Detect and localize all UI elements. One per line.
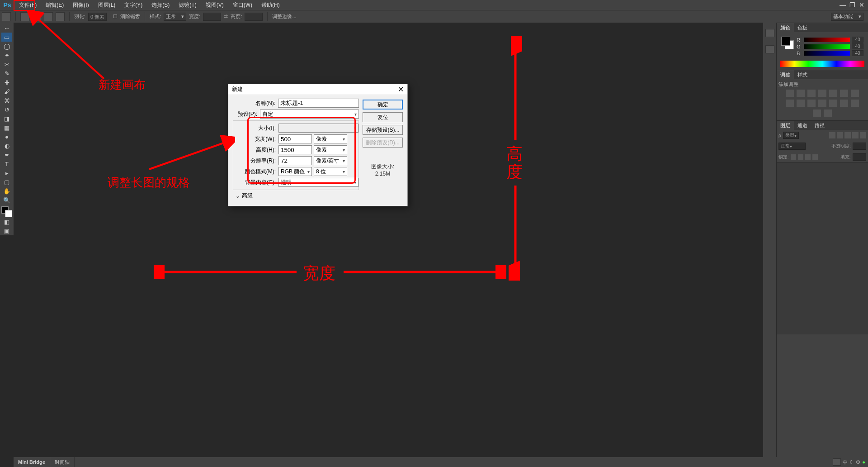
save-preset-button[interactable]: 存储预设(S)... bbox=[363, 125, 403, 135]
move-tool[interactable]: ↔ bbox=[1, 24, 12, 33]
maximize-icon[interactable]: ❐ bbox=[849, 1, 855, 9]
height-input[interactable] bbox=[245, 13, 263, 21]
filter-smart-icon[interactable] bbox=[860, 132, 866, 138]
preset-select[interactable]: 自定 bbox=[260, 110, 359, 119]
width-input-dlg[interactable] bbox=[278, 134, 312, 143]
foreground-background-swatch[interactable] bbox=[781, 37, 794, 49]
gradient-tool[interactable]: ▦ bbox=[1, 123, 12, 132]
brush-tool[interactable]: 🖌 bbox=[1, 87, 12, 96]
colormode-select[interactable]: RGB 颜色 bbox=[278, 167, 312, 176]
minimize-icon[interactable]: — bbox=[840, 1, 846, 9]
r-value[interactable]: 40 bbox=[852, 37, 863, 43]
blur-tool[interactable]: ● bbox=[1, 132, 12, 141]
moon-icon[interactable]: ☾ bbox=[849, 459, 854, 465]
hand-tool[interactable]: ✋ bbox=[1, 186, 12, 195]
tab-styles[interactable]: 样式 bbox=[794, 70, 811, 79]
lock-transparent-icon[interactable] bbox=[791, 154, 796, 160]
lasso-tool[interactable]: ◯ bbox=[1, 42, 12, 51]
advanced-label[interactable]: 高级 bbox=[242, 192, 253, 200]
tab-color[interactable]: 颜色 bbox=[777, 23, 794, 32]
b-slider[interactable] bbox=[804, 51, 850, 56]
adj-bw-icon[interactable] bbox=[786, 100, 794, 107]
name-input[interactable] bbox=[278, 99, 359, 108]
feather-input[interactable]: 0 像素 bbox=[88, 13, 107, 21]
workspace-select[interactable]: 基本功能▾ bbox=[831, 13, 863, 21]
marquee-tool[interactable]: ▭ bbox=[1, 33, 12, 42]
adjust-edge-button[interactable]: 调整边缘... bbox=[272, 13, 296, 20]
layer-filter-select[interactable]: 类型 ▾ bbox=[783, 132, 799, 139]
pen-tool[interactable]: ✒ bbox=[1, 150, 12, 159]
lock-pixels-icon[interactable] bbox=[798, 154, 803, 160]
quickmask-tool[interactable]: ◧ bbox=[1, 217, 12, 226]
adj-hue-icon[interactable] bbox=[840, 90, 848, 97]
g-value[interactable]: 40 bbox=[852, 43, 863, 49]
lock-all-icon[interactable] bbox=[812, 154, 818, 160]
menu-file[interactable]: 文件(F) bbox=[14, 1, 41, 9]
stamp-tool[interactable]: ⌘ bbox=[1, 96, 12, 105]
height-unit-select[interactable]: 像素 bbox=[314, 145, 347, 154]
path-select-tool[interactable]: ▸ bbox=[1, 168, 12, 177]
ok-button[interactable]: 确定 bbox=[363, 100, 403, 110]
adj-posterize-icon[interactable] bbox=[840, 100, 848, 107]
selection-new-icon[interactable] bbox=[20, 12, 29, 21]
selection-subtract-icon[interactable] bbox=[44, 12, 53, 21]
menu-view[interactable]: 视图(V) bbox=[201, 1, 228, 9]
adj-selective-icon[interactable] bbox=[824, 110, 832, 117]
width-input[interactable] bbox=[203, 13, 221, 21]
color-spectrum[interactable] bbox=[780, 61, 864, 67]
crop-tool[interactable]: ✂ bbox=[1, 60, 12, 69]
colordepth-select[interactable]: 8 位 bbox=[314, 167, 347, 176]
history-brush-tool[interactable]: ↺ bbox=[1, 105, 12, 114]
lock-position-icon[interactable] bbox=[805, 154, 811, 160]
properties-panel-icon[interactable] bbox=[765, 45, 774, 53]
adj-threshold-icon[interactable] bbox=[851, 100, 859, 107]
adj-mixer-icon[interactable] bbox=[807, 100, 816, 107]
adj-curves-icon[interactable] bbox=[807, 90, 816, 97]
tab-paths[interactable]: 路径 bbox=[811, 121, 828, 130]
screenmode-tool[interactable]: ▣ bbox=[1, 226, 12, 235]
zoom-tool[interactable]: 🔍 bbox=[1, 195, 12, 205]
menu-select[interactable]: 选择(S) bbox=[147, 1, 174, 9]
healing-tool[interactable]: ✚ bbox=[1, 78, 12, 87]
filter-pixel-icon[interactable] bbox=[829, 132, 835, 138]
menu-layer[interactable]: 图层(L) bbox=[94, 1, 120, 9]
adj-invert-icon[interactable] bbox=[829, 100, 837, 107]
type-tool[interactable]: T bbox=[1, 159, 12, 168]
status-sync-icon[interactable] bbox=[833, 458, 841, 466]
eyedropper-tool[interactable]: ✎ bbox=[1, 69, 12, 78]
adj-balance-icon[interactable] bbox=[851, 90, 859, 97]
tab-channels[interactable]: 通道 bbox=[794, 121, 811, 130]
menu-window[interactable]: 窗口(W) bbox=[228, 1, 257, 9]
resolution-unit-select[interactable]: 像素/英寸 bbox=[314, 156, 347, 165]
chevron-down-icon[interactable]: ⌄ bbox=[236, 193, 240, 199]
selection-add-icon[interactable] bbox=[32, 12, 41, 21]
dialog-close-icon[interactable]: ✕ bbox=[398, 85, 404, 94]
color-swap[interactable] bbox=[1, 206, 12, 217]
close-icon[interactable]: ✕ bbox=[859, 1, 864, 9]
adj-brightness-icon[interactable] bbox=[786, 90, 794, 97]
history-panel-icon[interactable] bbox=[765, 29, 774, 37]
eraser-tool[interactable]: ◨ bbox=[1, 114, 12, 123]
ime-indicator[interactable]: 中 bbox=[843, 459, 848, 466]
adj-levels-icon[interactable] bbox=[797, 90, 805, 97]
reset-button[interactable]: 复位 bbox=[363, 112, 403, 122]
adj-vibrance-icon[interactable] bbox=[829, 90, 837, 97]
tab-timeline[interactable]: 时间轴 bbox=[50, 457, 75, 467]
style-select[interactable]: 正常▾ bbox=[164, 13, 186, 21]
blend-mode-select[interactable]: 正常 ▾ bbox=[778, 143, 806, 150]
resolution-input[interactable] bbox=[278, 156, 312, 165]
filter-type-icon[interactable] bbox=[844, 132, 851, 138]
wand-tool[interactable]: ✦ bbox=[1, 51, 12, 60]
adj-gradient-map-icon[interactable] bbox=[813, 110, 821, 117]
b-value[interactable]: 40 bbox=[852, 50, 863, 56]
menu-help[interactable]: 帮助(H) bbox=[257, 1, 284, 9]
menu-edit[interactable]: 编辑(E) bbox=[41, 1, 68, 9]
width-unit-select[interactable]: 像素 bbox=[314, 134, 347, 143]
adj-lookup-icon[interactable] bbox=[818, 100, 826, 107]
menu-type[interactable]: 文字(Y) bbox=[120, 1, 147, 9]
opacity-value[interactable] bbox=[853, 143, 866, 150]
tab-layers[interactable]: 图层 bbox=[777, 121, 794, 130]
filter-adj-icon[interactable] bbox=[837, 132, 843, 138]
tab-swatches[interactable]: 色板 bbox=[794, 23, 811, 32]
shape-tool[interactable]: ▢ bbox=[1, 177, 12, 186]
